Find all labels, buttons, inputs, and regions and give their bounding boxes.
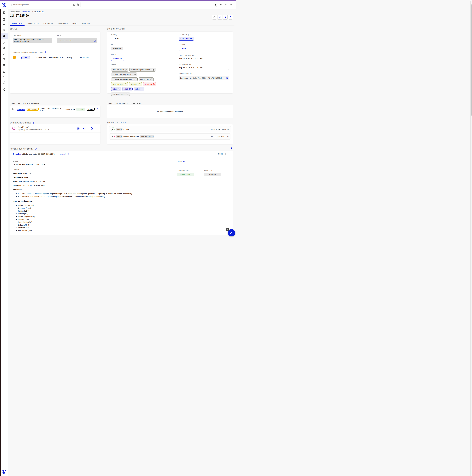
remove-label-icon[interactable]: [150, 78, 152, 80]
note-more-icon[interactable]: [227, 153, 230, 155]
label-chip[interactable]: crowdsecurity/http-wordpr...: [111, 77, 138, 81]
sidebar-item-techniques[interactable]: [0, 51, 8, 57]
label-chip[interactable]: t1110: [111, 87, 121, 91]
add-indicator-icon[interactable]: [44, 51, 47, 53]
note-country-item: United Kingdom (6%): [16, 215, 172, 218]
copy-value-icon[interactable]: [93, 39, 96, 42]
entity-actions: [212, 15, 233, 19]
basic-info-paper: Marking NONE Score UNKNOWN Author CROWDS…: [107, 32, 233, 93]
indicators-label: Indicators composed with this observable: [13, 51, 101, 53]
tab-history[interactable]: HISTORY: [79, 21, 92, 26]
remove-label-icon[interactable]: [153, 83, 155, 85]
note-countries-label: Most targeted countries:: [13, 200, 172, 202]
open-in-browser-icon[interactable]: [77, 127, 80, 130]
bulk-search-icon[interactable]: [76, 3, 79, 6]
indicator-more-icon[interactable]: [95, 56, 97, 59]
add-label-icon[interactable]: [117, 64, 119, 66]
relationship-date: Jul 22, 2024: [66, 108, 75, 110]
label-chip[interactable]: wordpress user...: [111, 92, 130, 96]
entity-more-button[interactable]: [228, 15, 233, 19]
sidebar-item-analyses[interactable]: [0, 17, 8, 22]
relationship-row[interactable]: BASED ... INDICA... CrowdSec CTI (malici…: [10, 105, 101, 113]
tab-data[interactable]: DATA: [70, 21, 80, 26]
tab-analyses[interactable]: ANALYSES: [41, 21, 55, 26]
label-chip[interactable]: crowdsecurity/http-bad-us...: [129, 68, 156, 71]
sidebar-item-arsenal[interactable]: [0, 46, 8, 51]
note-behaviors-list: HTTP Bruteforce: IP has been reported fo…: [16, 192, 172, 198]
remove-label-icon[interactable]: [152, 68, 155, 71]
remove-label-icon[interactable]: [134, 78, 136, 80]
opencti-logo[interactable]: [1, 2, 6, 7]
cloud-refresh-icon[interactable]: [90, 127, 93, 130]
enrichment-button[interactable]: [223, 15, 227, 19]
indicator-mini-icon: [28, 108, 30, 110]
label-chip[interactable]: malicious: [143, 82, 156, 86]
breadcrumb-observables[interactable]: Observables: [22, 11, 31, 13]
cloud-upload-icon[interactable]: [83, 127, 86, 130]
external-reference-more-icon[interactable]: [96, 127, 98, 130]
remove-label-icon[interactable]: [140, 88, 143, 90]
tab-knowledge[interactable]: KNOWLEDGE: [24, 21, 41, 26]
sidebar-item-dashboards[interactable]: [0, 69, 8, 74]
note-country-item: Canada (5%): [16, 218, 172, 221]
tab-overview[interactable]: OVERVIEW: [10, 21, 24, 26]
edit-stix-id-icon[interactable]: [228, 68, 230, 71]
dashboards-chart-icon: [3, 70, 6, 73]
sidebar-item-locations[interactable]: [0, 62, 8, 68]
info-icon[interactable]: [193, 72, 195, 75]
remove-label-icon[interactable]: [126, 93, 128, 95]
indicator-row[interactable]: stix CrowdSec CTI (malicious IP: 118.27.…: [12, 56, 97, 60]
account-icon[interactable]: [229, 3, 233, 7]
note-author-link[interactable]: CrowdSec: [13, 153, 21, 155]
remove-label-icon[interactable]: [139, 83, 140, 85]
remove-label-icon[interactable]: [134, 73, 136, 76]
sidebar-item-dashboard[interactable]: [0, 10, 8, 15]
copy-stix-id-icon[interactable]: [226, 77, 228, 79]
sidebar-item-investigations[interactable]: [0, 74, 8, 80]
sidebar-item-threats[interactable]: [0, 40, 8, 46]
external-link-mini-icon[interactable]: [226, 228, 228, 231]
label-chip[interactable]: t1595: [134, 87, 144, 91]
history-section-title: Most recent history: [107, 122, 128, 124]
edit-fab-button[interactable]: [228, 229, 235, 236]
remove-label-icon[interactable]: [129, 88, 131, 90]
sidebar-item-events[interactable]: [0, 28, 8, 33]
marking-label: Marking: [111, 34, 177, 35]
sidebar-item-settings[interactable]: [0, 87, 8, 92]
creator-chip[interactable]: ADMIN: [179, 47, 187, 51]
note-abstract: CrowdSec enrichment for 118.27.125.59: [13, 163, 172, 166]
tab-sightings[interactable]: SIGHTINGS: [55, 21, 70, 26]
note-abstract-label: Abstract: [13, 160, 172, 162]
label-chip[interactable]: http probing: [139, 77, 154, 81]
global-search: [8, 2, 80, 7]
add-external-reference-icon[interactable]: [33, 122, 35, 124]
label-chip[interactable]: crowdsecurity/http-probin...: [111, 72, 137, 76]
sidebar-item-observations[interactable]: [0, 33, 8, 39]
label-chip[interactable]: t1589: [122, 87, 133, 91]
download-button[interactable]: [217, 15, 222, 19]
notifications-bell-icon[interactable]: [214, 3, 218, 7]
sidebar-item-cases[interactable]: [0, 22, 8, 28]
triggers-alarm-icon[interactable]: [219, 3, 223, 7]
page-title: 118.27.125.59: [10, 14, 29, 17]
apps-grid-icon[interactable]: [224, 3, 228, 7]
author-chip[interactable]: CROWDSEC: [111, 57, 124, 61]
sidebar-item-data[interactable]: [0, 80, 8, 85]
add-to-org-button[interactable]: [212, 15, 217, 19]
observable-type-chip[interactable]: IPV4 ADDRESS: [179, 37, 194, 41]
remove-label-icon[interactable]: [125, 68, 127, 71]
search-input[interactable]: [13, 4, 71, 6]
remove-label-icon[interactable]: [124, 83, 126, 85]
label-chip[interactable]: http:scan: [129, 82, 142, 86]
sidebar-item-entities[interactable]: [0, 57, 8, 62]
note-field-key: First Seen: [13, 181, 22, 183]
advanced-search-icon[interactable]: [72, 3, 75, 6]
edit-notes-icon[interactable]: [35, 148, 37, 150]
add-note-label-icon[interactable]: [183, 160, 185, 163]
left-nav: [0, 9, 8, 238]
relationship-more-icon[interactable]: [96, 108, 99, 111]
remove-label-icon[interactable]: [118, 88, 120, 90]
label-chip[interactable]: http:bruteforce: [111, 82, 128, 86]
add-note-icon[interactable]: [230, 147, 233, 150]
label-chip[interactable]: bad user agent: [111, 68, 128, 71]
